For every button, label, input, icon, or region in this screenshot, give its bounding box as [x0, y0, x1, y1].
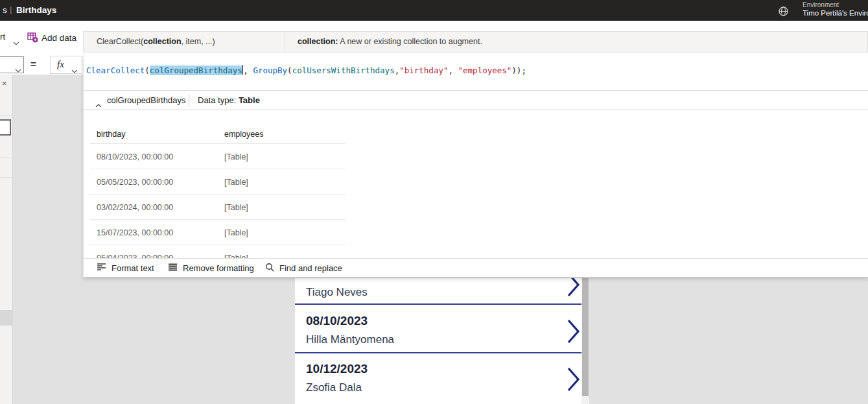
- environment-name: Timo Pertilä's Enviro: [803, 8, 868, 18]
- formula-panel: ClearCollect(colGroupedBirthdays, GroupB…: [83, 55, 868, 278]
- code-token-pl: (: [287, 65, 292, 75]
- format-text-icon: [97, 263, 107, 274]
- code-token-pl: (: [145, 65, 150, 75]
- table-row: 08/10/2023, 00:00:00[Table]: [90, 144, 346, 169]
- page-title: Birthdays: [16, 5, 56, 15]
- app-name-partial: s: [3, 5, 7, 15]
- pane-divider: [0, 115, 13, 116]
- code-token-str: "employees": [458, 65, 512, 75]
- preview-table-body: 08/10/2023, 00:00:00[Table]05/05/2023, 0…: [90, 144, 346, 270]
- gallery-item-name: Zsofia Dala: [306, 381, 362, 394]
- gallery-item[interactable]: Tiago Neves: [295, 278, 581, 305]
- collection-name: colGroupedBirthdays: [107, 95, 185, 105]
- cell-employees: [Table]: [224, 228, 248, 237]
- cell-birthday: 03/02/2024, 00:00:00: [97, 203, 173, 212]
- add-data-button[interactable]: Add data: [26, 27, 86, 48]
- search-icon: [265, 263, 275, 274]
- format-text-label: Format text: [111, 263, 154, 273]
- cell-employees: [Table]: [224, 203, 248, 212]
- chevron-right-icon[interactable]: [567, 319, 580, 346]
- code-token-pl: ,: [448, 65, 458, 75]
- collection-viewer-header: colGroupedBirthdays Data type: Table: [84, 90, 868, 110]
- insert-menu-partial[interactable]: rt: [0, 32, 5, 42]
- gallery-item-name: Hilla Mäntyomena: [306, 333, 394, 346]
- remove-formatting-icon: [168, 263, 178, 274]
- code-token-str: "birthday": [399, 65, 448, 75]
- cell-employees: [Table]: [224, 178, 248, 187]
- code-token-id: colUsersWithBirthdays: [292, 65, 395, 75]
- search-input[interactable]: [0, 119, 11, 136]
- formula-panel-toolbar: Format text Remove formatting Find and r…: [84, 258, 868, 277]
- chevron-right-icon[interactable]: [567, 278, 580, 300]
- pane-divider: [0, 158, 13, 158]
- environment-switcher[interactable]: Environment Timo Pertilä's Enviro: [775, 0, 868, 21]
- gallery-scrollbar[interactable]: [581, 278, 589, 404]
- cell-employees: [Table]: [224, 152, 248, 161]
- gallery-item-date: 10/12/2023: [306, 362, 368, 376]
- gallery-item[interactable]: 08/10/2023 Hilla Mäntyomena: [295, 305, 581, 352]
- parameter-description: collection: A new or existing collection…: [298, 37, 482, 46]
- birthday-gallery: Tiago Neves 08/10/2023 Hilla Mäntyomena …: [295, 278, 581, 404]
- pane-divider: [0, 177, 13, 178]
- chevron-down-icon: [71, 64, 78, 76]
- equals-sign: =: [30, 58, 36, 69]
- chevron-down-icon: [15, 64, 21, 75]
- formula-code-input[interactable]: ClearCollect(colGroupedBirthdays, GroupB…: [86, 65, 526, 77]
- environment-label: Environment: [803, 1, 868, 8]
- table-row: 05/05/2023, 00:00:00[Table]: [90, 169, 346, 195]
- environment-globe-icon: [778, 6, 789, 19]
- gallery-item-date: 08/10/2023: [306, 314, 368, 328]
- helper-divider: [285, 32, 285, 52]
- preview-table-header: birthday employees: [90, 126, 346, 144]
- data-type-label: Data type: Table: [198, 95, 260, 105]
- remove-formatting-button[interactable]: Remove formatting: [168, 259, 254, 278]
- code-token-fn: ClearCollect: [86, 65, 145, 75]
- scrollbar-thumb[interactable]: [582, 278, 589, 396]
- column-header-birthday: birthday: [97, 130, 125, 139]
- collection-collapse-toggle[interactable]: colGroupedBirthdays: [84, 91, 189, 110]
- code-token-idsel: colGroupedBirthdays: [150, 65, 242, 75]
- property-dropdown[interactable]: [0, 56, 24, 73]
- chevron-right-icon[interactable]: [567, 367, 580, 394]
- code-token-fn: GroupBy: [253, 65, 287, 75]
- header-separator: |: [10, 5, 12, 14]
- add-data-label: Add data: [41, 33, 76, 43]
- cell-birthday: 08/10/2023, 00:00:00: [97, 152, 173, 161]
- cell-birthday: 15/07/2023, 00:00:00: [97, 228, 173, 237]
- fx-glyph: fx: [57, 59, 64, 70]
- ribbon-toolbar: rt Add data ClearCollect(collection, ite…: [0, 21, 868, 55]
- code-token-pl: ,: [243, 65, 253, 75]
- chevron-down-icon: [13, 36, 19, 48]
- fx-selector-button[interactable]: fx: [50, 56, 82, 74]
- table-row: 03/02/2024, 00:00:00[Table]: [90, 195, 346, 220]
- environment-info: Environment Timo Pertilä's Enviro: [803, 1, 868, 21]
- header-divider: [189, 94, 189, 107]
- app-header: s | Birthdays Environment Timo Pertilä's…: [0, 0, 868, 21]
- gallery-item[interactable]: 10/12/2023 Zsofia Dala: [295, 353, 581, 404]
- function-signature: ClearCollect(collection, item, ...): [97, 37, 215, 46]
- add-data-table-icon: [27, 32, 38, 45]
- column-header-employees: employees: [224, 130, 263, 139]
- cell-birthday: 05/05/2023, 00:00:00: [97, 178, 173, 187]
- left-pane-sliver: ×: [0, 75, 13, 404]
- remove-formatting-label: Remove formatting: [183, 263, 254, 273]
- find-and-replace-button[interactable]: Find and replace: [265, 259, 342, 278]
- gallery-item-name: Tiago Neves: [306, 286, 368, 299]
- pane-selected-item[interactable]: [0, 310, 13, 326]
- close-icon[interactable]: ×: [2, 79, 7, 88]
- formula-helper-bar: ClearCollect(collection, item, ...) coll…: [83, 31, 868, 53]
- table-row: 15/07/2023, 00:00:00[Table]: [90, 220, 346, 245]
- find-and-replace-label: Find and replace: [279, 263, 342, 273]
- code-token-pl: ));: [511, 65, 526, 75]
- format-text-button[interactable]: Format text: [97, 259, 154, 278]
- formula-bar-controls: = fx: [0, 55, 83, 75]
- chevron-up-icon: [95, 99, 102, 110]
